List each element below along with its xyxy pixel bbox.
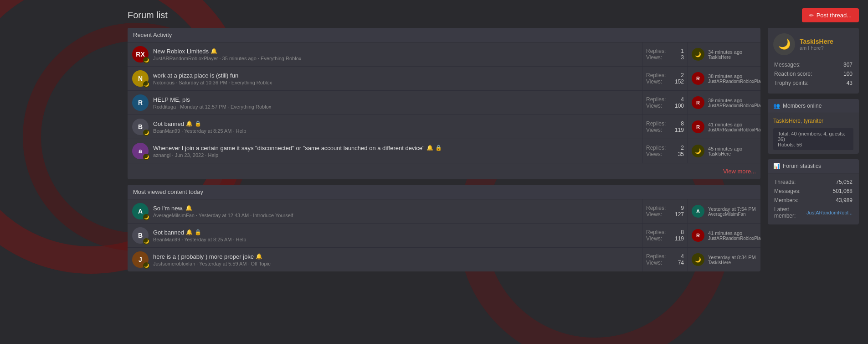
latest-avatar: R: [692, 120, 704, 133]
table-row: RHELP ME, plsRoddituga · Monday at 12:57…: [128, 91, 760, 115]
thread-title[interactable]: HELP ME, pls: [153, 96, 190, 103]
thread-title[interactable]: Got banned: [153, 229, 184, 236]
lock-icon: 🔒: [195, 229, 201, 235]
thread-title[interactable]: work at a pizza place is (still) fun: [153, 72, 238, 79]
thread-title[interactable]: here is a ( probably ) more proper joke: [153, 253, 254, 260]
latest-avatar: 🌙: [692, 145, 704, 157]
most-viewed-rows: A🌙So I'm new.🔔AverageMilsimFan · Yesterd…: [128, 199, 760, 271]
activity-avatar: R: [132, 94, 149, 111]
activity-stats: Replies:4 Views:74: [642, 248, 688, 271]
members-online-body: TaskIsHere, tyraniter Total: 40 (members…: [768, 113, 859, 154]
activity-info: Got banned🔔🔒BeanMan99 · Yesterday at 8:2…: [153, 120, 637, 134]
notification-icon: 🔔: [186, 120, 193, 127]
reaction-value: 100: [837, 70, 853, 78]
notification-icon: 🔔: [185, 205, 192, 211]
avatar-badge: 🌙: [143, 238, 149, 245]
latest-member-link[interactable]: JustARandomRobl...: [806, 210, 853, 215]
forum-stats-section: 📊 Forum statistics Threads: 75,052 Messa…: [768, 159, 859, 224]
activity-avatar: B🌙: [132, 119, 149, 135]
avatar-badge: 🌙: [143, 262, 149, 269]
latest-info: 38 minutes agoJustARRandomRobloxPlayer: [708, 73, 760, 84]
lock-icon: 🔒: [195, 120, 201, 127]
thread-meta: BeanMan99 · Yesterday at 8:25 AM · Help: [153, 128, 637, 134]
latest-avatar: R: [692, 72, 704, 85]
activity-avatar: N🌙: [132, 70, 149, 87]
activity-main-1: N🌙work at a pizza place is (still) funNo…: [128, 67, 642, 90]
activity-main-0: RX🌙New Roblox Limiteds🔔JustARRandomRoblo…: [128, 42, 642, 66]
forum-stats-label: Forum statistics: [783, 163, 821, 169]
thread-meta: Notorious · Saturday at 10:36 PM · Every…: [153, 80, 637, 85]
recent-activity-rows: RX🌙New Roblox Limiteds🔔JustARRandomRoblo…: [128, 42, 760, 163]
latest-info: Yesterday at 7:54 PMAverageMilsimFan: [708, 206, 757, 217]
members-icon: 👥: [773, 103, 780, 109]
latest-member-label: Latest member:: [774, 205, 806, 220]
thread-title[interactable]: Got banned: [153, 120, 184, 127]
view-more-link[interactable]: View more...: [723, 168, 756, 175]
activity-stats: Replies:8 Views:119: [642, 224, 688, 247]
notification-icon: 🔔: [426, 145, 433, 151]
reaction-label: Reaction score:: [774, 70, 837, 78]
thread-title[interactable]: So I'm new.: [153, 205, 184, 212]
latest-info: 41 minutes agoJustARRandomRobloxPlayer: [708, 230, 760, 241]
activity-info: Whenever I join a certain game it says "…: [153, 145, 637, 158]
stats-icon: 📊: [773, 163, 780, 169]
activity-stats: Replies:2 Views:152: [642, 67, 688, 90]
thread-meta: JustARRandomRobloxPlayer · 35 minutes ag…: [153, 56, 637, 61]
thread-meta: aznangi · Jun 23, 2022 · Help: [153, 152, 637, 158]
activity-info: here is a ( probably ) more proper joke🔔…: [153, 253, 637, 266]
activity-info: Got banned🔔🔒BeanMan99 · Yesterday at 8:2…: [153, 229, 637, 242]
avatar-badge: 🌙: [143, 81, 149, 88]
members-online-label: Members online: [783, 103, 822, 109]
latest-avatar: R: [692, 229, 704, 242]
threads-label: Threads:: [774, 178, 806, 186]
activity-main-4: a🌙Whenever I join a certain game it says…: [128, 139, 642, 163]
online-user-tyraniter[interactable]: tyraniter: [804, 118, 823, 124]
thread-meta: Justsomerobloxfan · Yesterday at 5:59 AM…: [153, 261, 637, 266]
thread-title[interactable]: Whenever I join a certain game it says "…: [153, 145, 425, 151]
activity-latest: R38 minutes agoJustARRandomRobloxPlayer: [688, 67, 760, 90]
latest-avatar: 🌙: [692, 253, 704, 266]
activity-avatar: RX🌙: [132, 46, 149, 63]
activity-avatar: J🌙: [132, 251, 149, 268]
forum-stats-table: Threads: 75,052 Messages: 501,068 Member…: [773, 177, 853, 221]
latest-info: 39 minutes agoJustARRandomRobloxPlayer: [708, 98, 760, 108]
fmessages-value: 501,068: [806, 187, 853, 195]
online-total: Total: 40 (members: 4, guests: 36) Robot…: [773, 128, 853, 150]
post-thread-button[interactable]: Post thread...: [802, 8, 859, 22]
online-user-taskishere[interactable]: TaskIsHere: [773, 118, 801, 124]
trophy-value: 43: [837, 79, 853, 87]
center-column: Recent Activity RX🌙New Roblox Limiteds🔔J…: [128, 28, 760, 271]
activity-main-3: B🌙Got banned🔔🔒BeanMan99 · Yesterday at 8…: [128, 115, 642, 139]
user-card-name[interactable]: TaskIsHere: [800, 38, 833, 45]
notification-icon: 🔔: [256, 253, 262, 260]
lock-icon: 🔒: [435, 145, 442, 151]
activity-info: HELP ME, plsRoddituga · Monday at 12:57 …: [153, 96, 637, 109]
activity-stats: Replies:9 Views:127: [642, 199, 688, 223]
activity-latest: 🌙34 minutes agoTaskIsHere: [688, 42, 760, 66]
activity-main-2: J🌙here is a ( probably ) more proper jok…: [128, 248, 642, 271]
activity-main-2: RHELP ME, plsRoddituga · Monday at 12:57…: [128, 91, 642, 115]
thread-title[interactable]: New Roblox Limiteds: [153, 48, 209, 55]
recent-activity-header: Recent Activity: [128, 28, 760, 42]
threads-value: 75,052: [806, 178, 853, 186]
robots-count: Robots: 56: [778, 142, 849, 147]
fmembers-label: Members:: [774, 196, 806, 204]
most-viewed-header: Most viewed content today: [128, 185, 760, 199]
thread-meta: BeanMan99 · Yesterday at 8:25 AM · Help: [153, 237, 637, 242]
trophy-label: Trophy points:: [774, 79, 837, 87]
activity-latest: R41 minutes agoJustARRandomRobloxPlayer: [688, 115, 760, 139]
latest-avatar: R: [692, 96, 704, 109]
notification-icon: 🔔: [211, 48, 217, 54]
forum-stats-body: Threads: 75,052 Messages: 501,068 Member…: [768, 173, 859, 224]
latest-info: 45 minutes agoTaskIsHere: [708, 146, 757, 156]
recent-activity-panel: Recent Activity RX🌙New Roblox Limiteds🔔J…: [128, 28, 760, 179]
activity-info: work at a pizza place is (still) funNoto…: [153, 72, 637, 85]
table-row: J🌙here is a ( probably ) more proper jok…: [128, 248, 760, 271]
activity-latest: 🌙Yesterday at 8:34 PMTaskIsHere: [688, 248, 760, 271]
avatar-badge: 🌙: [143, 130, 149, 136]
forum-stats-header: 📊 Forum statistics: [768, 159, 859, 173]
latest-info: Yesterday at 8:34 PMTaskIsHere: [708, 255, 757, 265]
members-online-header: 👥 Members online: [768, 99, 859, 113]
activity-main-1: B🌙Got banned🔔🔒BeanMan99 · Yesterday at 8…: [128, 224, 642, 247]
online-users-list: TaskIsHere, tyraniter: [773, 117, 853, 125]
